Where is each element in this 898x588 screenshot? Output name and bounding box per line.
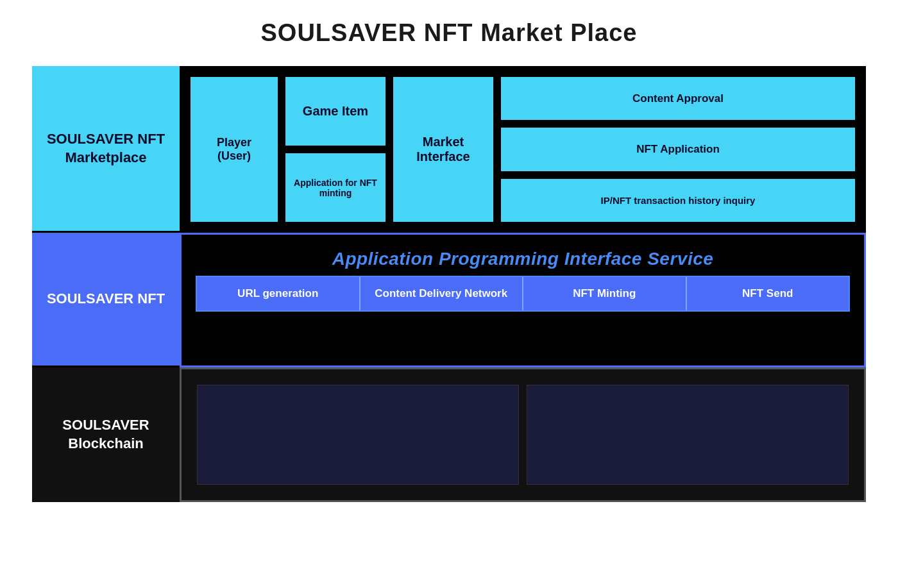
soulsaver-nft-label: SOULSAVER NFT — [32, 233, 180, 367]
nft-minting-item: NFT Minting — [523, 277, 687, 310]
api-title: Application Programming Interface Servic… — [196, 249, 850, 269]
blockchain-label: SOULSAVER Blockchain — [32, 367, 180, 502]
main-diagram: SOULSAVER NFT Marketplace Player(User) G… — [32, 66, 866, 502]
right-services-col: Content Approval NFT Application IP/NFT … — [500, 76, 856, 223]
marketplace-panel: Player(User) Game Item Application for N… — [180, 66, 866, 233]
row-marketplace: SOULSAVER NFT Marketplace Player(User) G… — [32, 66, 866, 233]
nft-minting-cell: Application for NFT minting — [284, 152, 387, 223]
blockchain-panel — [180, 367, 866, 502]
blockchain-box-1 — [197, 385, 519, 485]
row-blockchain: SOULSAVER Blockchain — [32, 367, 866, 502]
blockchain-box-2 — [527, 385, 849, 485]
content-approval-cell: Content Approval — [500, 76, 856, 121]
row-api: SOULSAVER NFT Application Programming In… — [32, 233, 866, 367]
player-cell: Player(User) — [189, 76, 279, 223]
api-services-bar: URL generation Content Delivery Network … — [196, 276, 850, 312]
api-inner: Application Programming Interface Servic… — [189, 242, 856, 358]
nft-application-cell: NFT Application — [500, 126, 856, 172]
marketplace-label: SOULSAVER NFT Marketplace — [32, 66, 180, 233]
cdn-item: Content Delivery Network — [360, 277, 524, 310]
url-generation-item: URL generation — [197, 277, 360, 310]
api-panel: Application Programming Interface Servic… — [180, 233, 866, 367]
nft-send-item: NFT Send — [687, 277, 849, 310]
game-col: Game Item Application for NFT minting — [284, 76, 387, 223]
marketplace-inner: Player(User) Game Item Application for N… — [189, 76, 856, 223]
game-item-cell: Game Item — [284, 76, 387, 147]
page-title: SOULSAVER NFT Market Place — [260, 19, 637, 47]
blockchain-inner — [189, 377, 856, 492]
market-interface-cell: MarketInterface — [392, 76, 495, 223]
transaction-history-cell: IP/NFT transaction history inquiry — [500, 178, 856, 223]
